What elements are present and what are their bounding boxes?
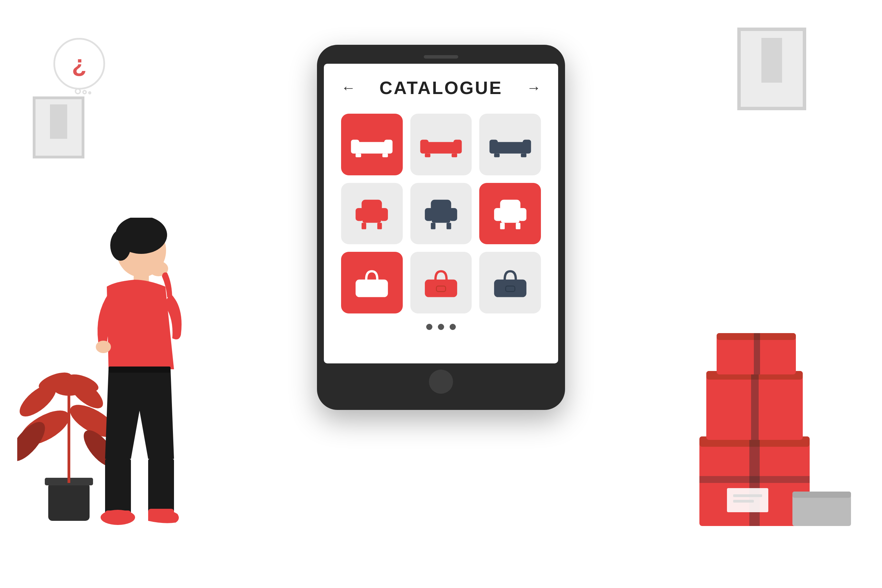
svg-rect-44 [377, 223, 382, 230]
svg-rect-58 [367, 286, 376, 291]
product-cell-sofa-dark[interactable] [479, 114, 541, 176]
svg-rect-69 [733, 500, 754, 502]
svg-rect-66 [699, 476, 810, 483]
svg-rect-49 [431, 223, 435, 230]
product-cell-bag-white[interactable] [341, 252, 403, 314]
svg-rect-35 [489, 140, 498, 154]
svg-point-16 [96, 340, 111, 353]
svg-rect-77 [792, 492, 851, 498]
svg-rect-21 [105, 510, 131, 521]
svg-rect-75 [754, 333, 760, 374]
svg-point-14 [110, 230, 131, 261]
svg-rect-22 [148, 509, 174, 519]
svg-rect-28 [382, 154, 388, 158]
product-cell-sofa-white[interactable] [341, 114, 403, 176]
pagination-dot-2[interactable] [438, 324, 444, 330]
product-cell-armchair-white[interactable] [479, 183, 541, 244]
bag-white-icon [349, 260, 395, 306]
svg-rect-27 [356, 154, 361, 158]
wall-frame-top-right [737, 27, 806, 110]
nav-arrow-right[interactable]: → [526, 80, 541, 96]
product-grid [341, 114, 541, 314]
product-cell-armchair-red[interactable] [341, 183, 403, 244]
bag-dark-icon [487, 260, 533, 306]
svg-rect-50 [447, 223, 451, 230]
svg-rect-56 [516, 223, 520, 230]
product-cell-sofa-red[interactable] [410, 114, 472, 176]
svg-rect-43 [362, 223, 366, 230]
svg-rect-38 [520, 154, 526, 158]
svg-rect-31 [453, 140, 462, 154]
svg-rect-48 [431, 200, 452, 212]
svg-rect-54 [500, 200, 520, 212]
svg-rect-68 [733, 494, 762, 497]
product-cell-bag-dark[interactable] [479, 252, 541, 314]
svg-rect-18 [105, 459, 131, 514]
svg-rect-25 [351, 140, 359, 154]
tablet-screen: ← CATALOGUE → [324, 64, 558, 363]
product-cell-armchair-dark[interactable] [410, 183, 472, 244]
svg-rect-42 [362, 200, 382, 212]
pagination-dot-3[interactable] [450, 324, 456, 330]
tablet-home-button[interactable] [429, 370, 453, 394]
person-figure [74, 218, 205, 535]
armchair-red-icon [349, 190, 395, 237]
wall-frame-left [33, 96, 84, 159]
thought-bubble: ¿ [53, 38, 112, 96]
svg-rect-19 [148, 459, 174, 514]
sofa-dark-icon [487, 121, 533, 167]
catalogue-header: ← CATALOGUE → [341, 78, 541, 98]
armchair-white-icon [487, 190, 533, 237]
tablet-speaker [424, 55, 458, 58]
armchair-dark-icon [418, 190, 464, 237]
sofa-white-icon [349, 121, 395, 167]
nav-arrow-left[interactable]: ← [341, 80, 356, 96]
pagination-dots [341, 324, 541, 330]
boxes-decoration [682, 326, 854, 540]
svg-rect-60 [436, 286, 446, 291]
svg-rect-36 [523, 140, 531, 154]
svg-rect-55 [500, 223, 504, 230]
svg-rect-37 [494, 154, 500, 158]
illustration-scene: ¿ [0, 0, 882, 588]
svg-rect-26 [384, 140, 393, 154]
svg-rect-32 [425, 154, 430, 158]
sofa-red-icon [418, 121, 464, 167]
product-cell-bag-red[interactable] [410, 252, 472, 314]
svg-rect-23 [108, 366, 171, 373]
svg-rect-33 [452, 154, 457, 158]
catalogue-title: CATALOGUE [380, 78, 502, 98]
svg-rect-30 [420, 140, 429, 154]
svg-rect-72 [751, 371, 759, 440]
question-mark-icon: ¿ [72, 52, 87, 76]
pagination-dot-1[interactable] [426, 324, 432, 330]
bag-red-icon [418, 260, 464, 306]
svg-rect-62 [506, 286, 515, 291]
